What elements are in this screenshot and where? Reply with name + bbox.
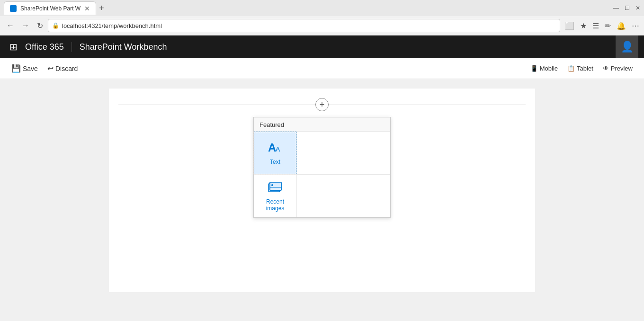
recent-images-icon <box>268 181 283 196</box>
sharepoint-workbench-label: SharePoint Workbench <box>80 42 167 52</box>
mobile-label: Mobile <box>540 65 558 72</box>
app-header: ⊞ Office 365 SharePoint Workbench 👤 <box>0 36 644 58</box>
tab-favicon <box>10 5 17 12</box>
office365-label: Office 365 <box>25 42 72 52</box>
picker-row-recent-images: Recent images <box>254 175 390 217</box>
mobile-icon: 📱 <box>530 65 538 72</box>
picker-section-label: Featured <box>254 117 390 132</box>
tablet-label: Tablet <box>577 65 593 72</box>
tablet-icon: 📋 <box>567 65 575 72</box>
notifications-icon[interactable]: 🔔 <box>616 20 627 31</box>
svg-point-6 <box>271 184 273 186</box>
address-bar-container: 🔒 <box>48 19 560 32</box>
recent-images-label: Recent images <box>258 198 292 212</box>
picker-empty-cell-1 <box>296 132 390 174</box>
canvas-area: + Featured A A Text <box>109 89 535 292</box>
maximize-button[interactable]: ☐ <box>625 5 630 11</box>
main-canvas: + Featured A A Text <box>0 79 644 321</box>
hub-icon[interactable]: ☰ <box>591 20 600 31</box>
lock-icon: 🔒 <box>52 22 59 29</box>
browser-toolbar-icons: ⬜ ★ ☰ ✏ 🔔 ⋯ <box>564 20 640 31</box>
more-icon[interactable]: ⋯ <box>631 20 640 31</box>
text-webpart-icon: A A <box>268 141 282 156</box>
user-avatar[interactable]: 👤 <box>616 36 638 58</box>
save-button[interactable]: 💾 Save <box>8 62 42 75</box>
forward-button[interactable]: → <box>19 19 32 32</box>
svg-rect-4 <box>270 182 281 190</box>
picker-item-recent-images[interactable]: Recent images <box>254 175 296 217</box>
window-controls: — ☐ ✕ <box>613 5 640 11</box>
picker-empty-cell-2 <box>296 175 390 217</box>
picker-row-text: A A Text <box>254 132 390 175</box>
text-webpart-label: Text <box>270 159 280 165</box>
tablet-view-button[interactable]: 📋 Tablet <box>564 63 597 74</box>
save-icon: 💾 <box>11 64 21 73</box>
browser-toolbar: ← → ↻ 🔒 ⬜ ★ ☰ ✏ 🔔 ⋯ <box>0 16 644 35</box>
add-webpart-button[interactable]: + <box>315 98 329 111</box>
back-button[interactable]: ← <box>4 19 17 32</box>
discard-button[interactable]: ↩ Discard <box>44 62 81 75</box>
discard-icon: ↩ <box>47 64 54 73</box>
reload-button[interactable]: ↻ <box>34 19 46 32</box>
preview-button[interactable]: 👁 Preview <box>599 63 636 74</box>
waffle-button[interactable]: ⊞ <box>6 39 21 54</box>
save-label: Save <box>23 65 38 72</box>
notes-icon[interactable]: ✏ <box>604 20 612 31</box>
close-button[interactable]: ✕ <box>635 5 640 11</box>
minimize-button[interactable]: — <box>613 5 619 11</box>
avatar-icon: 👤 <box>621 41 634 53</box>
preview-label: Preview <box>611 65 633 72</box>
favorites-icon[interactable]: ★ <box>579 20 588 31</box>
browser-tab[interactable]: SharePoint Web Part W ✕ <box>4 1 96 15</box>
svg-text:A: A <box>268 141 276 153</box>
reading-view-icon[interactable]: ⬜ <box>564 20 575 31</box>
new-tab-button[interactable]: + <box>96 3 107 13</box>
workbench-toolbar: 💾 Save ↩ Discard 📱 Mobile 📋 Tablet 👁 Pre… <box>0 58 644 79</box>
tab-close-button[interactable]: ✕ <box>84 5 90 12</box>
divider-row: + <box>118 98 526 111</box>
address-input[interactable] <box>62 22 556 29</box>
browser-titlebar: SharePoint Web Part W ✕ + — ☐ ✕ <box>0 0 644 16</box>
discard-label: Discard <box>55 65 78 72</box>
webpart-picker: Featured A A Text <box>253 117 391 218</box>
browser-chrome: SharePoint Web Part W ✕ + — ☐ ✕ ← → ↻ 🔒 … <box>0 0 644 36</box>
picker-grid: A A Text <box>254 132 390 217</box>
picker-item-text[interactable]: A A Text <box>254 132 296 174</box>
mobile-view-button[interactable]: 📱 Mobile <box>527 63 562 74</box>
tab-title: SharePoint Web Part W <box>20 5 80 12</box>
preview-icon: 👁 <box>603 65 609 72</box>
svg-text:A: A <box>276 145 280 153</box>
